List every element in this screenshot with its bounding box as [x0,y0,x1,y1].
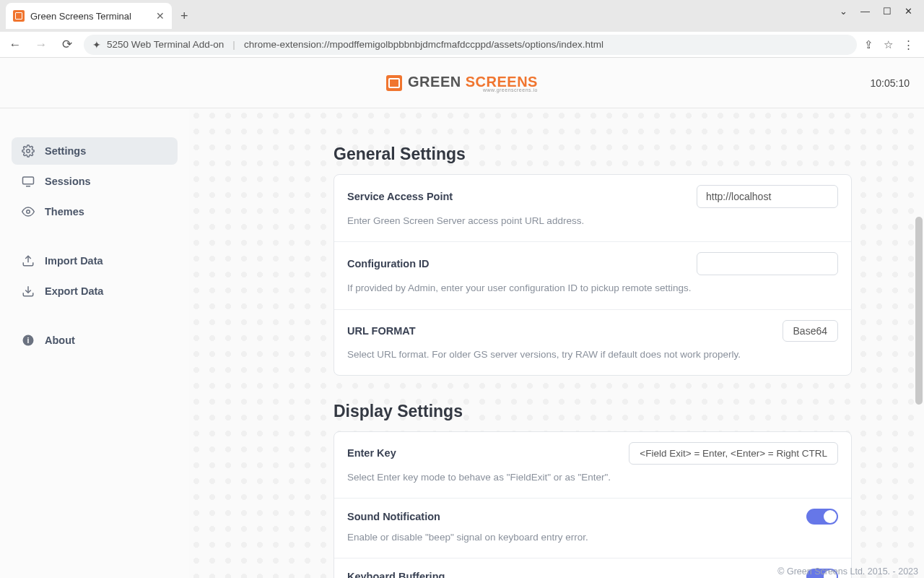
row-enter-key: Enter Key <Field Exit> = Enter, <Enter> … [334,432,851,499]
sidebar-item-about[interactable]: i About [12,327,178,354]
addr-url: chrome-extension://mpodffemigolbpbbnbjdm… [244,39,603,50]
scroll-thumb[interactable] [915,217,923,405]
chevron-down-icon[interactable]: ⌄ [840,6,847,17]
extension-icon: ✦ [92,39,101,51]
row-config-id: Configuration ID If provided by Admin, e… [334,242,851,309]
scrollbar[interactable] [914,217,924,578]
favicon-icon [13,10,25,22]
cfg-input[interactable] [697,252,838,275]
info-icon: i [22,334,35,347]
sap-desc: Enter Green Screen Server access point U… [347,214,838,228]
logo-mark-icon [386,75,402,91]
sidebar-item-label: Settings [45,145,86,157]
sidebar-item-label: Import Data [45,255,103,267]
sidebar: Settings Sessions Themes Import Data Exp… [0,108,189,578]
sidebar-item-label: Export Data [45,285,103,297]
section-title-general: General Settings [334,144,852,164]
url-format-select[interactable]: Base64 [783,320,838,342]
cfg-label: Configuration ID [347,258,430,269]
sidebar-item-sessions[interactable]: Sessions [12,168,178,195]
address-input[interactable]: ✦ 5250 Web Terminal Add-on | chrome-exte… [84,35,857,55]
close-icon[interactable]: ✕ [156,10,165,22]
svg-point-3 [27,210,30,214]
enter-desc: Select Enter key mode to behave as "Fiel… [347,470,838,485]
minimize-icon[interactable]: — [860,6,870,17]
row-keyboard-buffering: Keyboard Buffering Disabling keyboard bu… [334,558,851,578]
monitor-icon [22,175,35,188]
sound-toggle[interactable] [806,509,838,525]
row-sound: Sound Notification Enable or disable "be… [334,499,851,558]
menu-icon[interactable]: ⋮ [903,38,914,51]
section-title-display: Display Settings [334,402,852,421]
cfg-desc: If provided by Admin, enter your user co… [347,281,838,296]
clock: 10:05:10 [871,77,910,89]
sidebar-item-label: About [45,335,75,346]
url-desc: Select URL format. For older GS server v… [347,348,838,362]
svg-text:i: i [27,336,30,345]
gear-icon [22,144,35,158]
new-tab-button[interactable]: + [172,9,197,24]
url-label: URL FORMAT [347,325,416,337]
sap-input[interactable] [697,185,838,208]
general-settings-card: Service Access Point Enter Green Screen … [334,174,852,376]
window-controls: ⌄ — ☐ ✕ [840,0,924,17]
sidebar-item-settings[interactable]: Settings [12,137,178,165]
logo-text-1: GREEN [408,74,461,90]
sidebar-item-label: Sessions [45,176,91,187]
address-bar: ← → ⟳ ✦ 5250 Web Terminal Add-on | chrom… [0,32,924,58]
sidebar-item-label: Themes [45,206,84,217]
app-header: GREEN SCREENS www.greenscreens.io 10:05:… [0,58,924,108]
back-button[interactable]: ← [6,38,25,52]
addr-hint: 5250 Web Terminal Add-on [107,39,224,50]
browser-tab[interactable]: Green Screens Terminal ✕ [6,3,172,29]
reload-button[interactable]: ⟳ [58,37,77,52]
sidebar-item-themes[interactable]: Themes [12,198,178,225]
sidebar-item-export[interactable]: Export Data [12,277,178,305]
svg-point-0 [27,150,30,153]
browser-tab-strip: Green Screens Terminal ✕ + ⌄ — ☐ ✕ [0,0,924,32]
logo: GREEN SCREENS www.greenscreens.io [386,74,538,92]
row-url-format: URL FORMAT Base64 Select URL format. For… [334,310,851,375]
sound-label: Sound Notification [347,511,440,522]
footer-copyright: © Green Screens Ltd. 2015. - 2023 [777,566,918,577]
bookmark-icon[interactable]: ☆ [884,38,893,51]
row-service-access-point: Service Access Point Enter Green Screen … [334,175,851,242]
sap-label: Service Access Point [347,191,453,202]
sidebar-item-import[interactable]: Import Data [12,247,178,275]
kb-label: Keyboard Buffering [347,571,445,578]
enter-key-select[interactable]: <Field Exit> = Enter, <Enter> = Right CT… [629,442,838,465]
display-settings-card: Enter Key <Field Exit> = Enter, <Enter> … [334,431,852,578]
close-window-icon[interactable]: ✕ [905,6,912,17]
eye-icon [22,205,35,218]
download-icon [22,285,35,298]
svg-rect-1 [23,177,34,184]
enter-label: Enter Key [347,447,396,459]
upload-icon [22,254,35,267]
share-icon[interactable]: ⇪ [864,38,873,51]
forward-button[interactable]: → [32,38,51,52]
tab-title: Green Screens Terminal [30,11,131,22]
maximize-icon[interactable]: ☐ [883,6,892,17]
sound-desc: Enable or disable "beep" signal on keybo… [347,530,838,545]
main-content: General Settings Service Access Point En… [189,108,924,578]
